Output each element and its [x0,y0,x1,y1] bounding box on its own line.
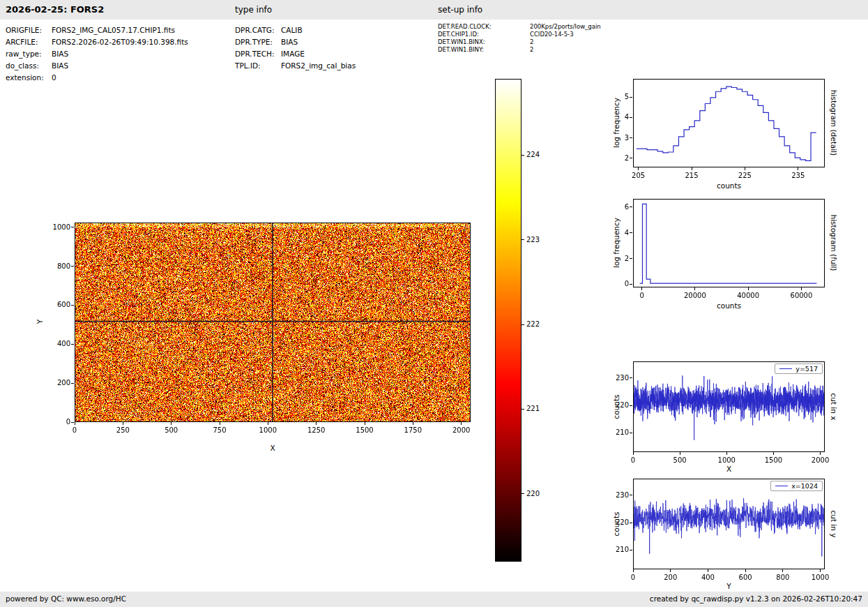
tick-mark [365,422,365,425]
tick-mark [71,227,74,227]
histogram-detail-canvas [634,80,824,167]
cut-in-x-frame [633,361,825,452]
tick-label: 200 [653,574,688,582]
tick-mark [316,422,317,425]
tick-mark [461,422,462,425]
tick-label: 220 [601,401,629,410]
info-value: BIAS [52,50,68,58]
tick-mark [641,287,642,290]
tick-label: 5 [601,93,629,101]
tick-label: 200 [43,379,70,387]
type-info-row: DPR.CATG:CALIB [235,26,303,34]
tick-label: 60000 [784,292,818,300]
tick-mark [694,287,695,290]
header-bar [0,0,868,20]
tick-mark [820,569,821,572]
setup-info-row: DET.CHIP1.ID:CCID20-14-5-3 [438,31,574,38]
info-value: 2 [530,38,533,45]
type-info-row: TPL.ID:FORS2_img_cal_bias [235,61,356,70]
tick-label: 500 [154,426,189,435]
qc-report-page: 2026-02-25: FORS2 type info set-up info … [0,0,868,607]
tick-mark [123,422,123,425]
info-value: BIAS [52,61,68,70]
info-label: DET.READ.CLOCK: [438,23,530,30]
tick-label: 224 [526,151,550,159]
tick-mark [71,344,74,345]
setup-info-row: DET.WIN1.BINX:2 [438,38,533,45]
legend-label: y=517 [795,365,818,373]
info-label: ORIGFILE: [6,26,52,34]
info-label: raw_type: [6,50,52,58]
info-value: FORS2_img_cal_bias [281,61,356,70]
tick-mark [748,287,749,290]
tick-label: 1000 [709,456,744,465]
tick-mark [801,287,802,290]
tick-mark [773,452,774,455]
info-value: CALIB [281,26,303,34]
info-label: do_class: [6,61,52,70]
tick-label: 1000 [803,574,838,582]
tick-mark [692,167,692,170]
tick-mark [521,155,524,156]
cut-in-x-canvas [634,362,824,451]
tick-label: 0 [616,456,650,465]
info-label: extension: [6,73,52,82]
tick-label: 1000 [43,223,70,232]
type-info-heading: type info [235,5,272,15]
info-value: 200Kps/2ports/low_gain [530,23,601,30]
tick-label: 223 [526,236,550,244]
info-label: TPL.ID: [235,61,281,70]
tick-label: 205 [621,172,656,180]
tick-mark [630,207,632,207]
tick-label: 210 [601,428,629,437]
tick-mark [630,523,632,523]
tick-label: 230 [601,374,629,382]
tick-mark [630,495,632,495]
tick-label: 0 [43,418,70,426]
colorbar-canvas [496,80,521,561]
tick-mark [75,422,75,425]
info-value: FORS2.2026-02-26T09:49:10.398.fits [52,38,188,46]
tick-label: 0 [616,574,650,582]
info-label: DPR.TECH: [235,50,281,58]
info-value: BIAS [281,38,298,46]
tick-mark [630,377,632,378]
tick-label: 1500 [756,456,791,465]
page-title: 2026-02-25: FORS2 [6,4,104,15]
tick-label: 600 [728,574,763,582]
cut-in-x-xlabel: X [633,465,825,473]
tick-mark [521,493,524,494]
file-info-row: ORIGFILE:FORS2_IMG_CAL057.17.CHIP1.fits [6,26,175,34]
tick-label: 1000 [250,426,285,435]
histogram-detail-right-label: histogram (detail) [830,90,838,156]
tick-mark [630,433,632,433]
info-value: 2 [530,46,533,53]
tick-mark [71,305,74,306]
tick-label: 220 [526,490,550,498]
tick-mark [726,452,727,455]
histogram-full-right-label: histogram (full) [830,215,838,271]
tick-label: 1750 [395,426,430,435]
tick-label: 2000 [444,426,479,435]
tick-mark [220,422,220,425]
tick-mark [630,158,632,158]
histogram-full-frame [633,199,825,287]
legend-label: x=1024 [791,482,818,490]
bias-image-xlabel: X [75,444,471,452]
tick-mark [633,452,634,455]
tick-label: 4 [601,229,629,237]
colorbar-frame [495,79,521,562]
tick-label: 250 [105,426,140,435]
info-label: DET.WIN1.BINX: [438,38,530,45]
legend-line-sample [779,368,792,369]
tick-mark [708,569,708,572]
tick-mark [630,117,632,118]
legend-cut-y: x=1024 [770,481,823,491]
type-info-row: DPR.TYPE:BIAS [235,38,298,46]
tick-label: 800 [766,574,800,582]
file-info-row: raw_type:BIAS [6,50,68,58]
tick-mark [670,569,671,572]
histogram-detail-xlabel: counts [633,181,825,190]
info-value: 0 [52,73,56,82]
tick-mark [521,409,524,410]
